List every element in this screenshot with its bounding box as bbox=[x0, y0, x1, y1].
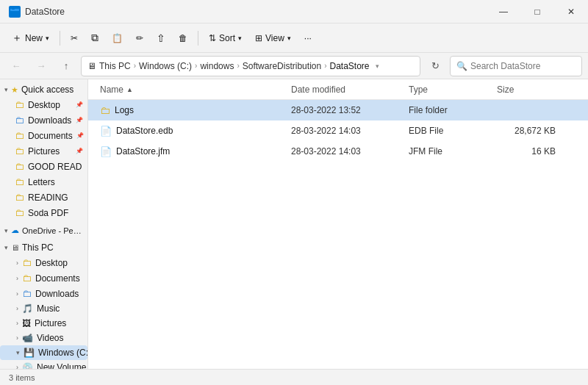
new-chevron-icon: ▾ bbox=[46, 35, 49, 42]
new-label: New bbox=[25, 33, 43, 43]
col-size-label: Size bbox=[497, 84, 514, 95]
table-row[interactable]: 🗀 Logs 28-03-2022 13:52 File folder bbox=[88, 100, 588, 120]
pc-pictures-chevron-icon: › bbox=[16, 320, 18, 327]
sidebar-item-pc-windows[interactable]: ▾ 💾 Windows (C:) bbox=[0, 345, 87, 360]
sidebar-item-reading[interactable]: 🗀 READING bbox=[0, 190, 87, 205]
breadcrumb-datastore: DataStore bbox=[330, 61, 370, 71]
sidebar-item-desktop[interactable]: 🗀 Desktop 📌 bbox=[0, 97, 87, 112]
app-icon bbox=[9, 6, 21, 18]
sidebar-item-pc-newvolume-label: New Volume (D:) bbox=[37, 362, 87, 369]
breadcrumb-sep-3: › bbox=[237, 62, 239, 70]
col-date-header[interactable]: Date modified bbox=[291, 84, 409, 95]
delete-button[interactable]: 🗑 bbox=[173, 27, 193, 49]
share-button[interactable]: ⇧ bbox=[151, 27, 171, 49]
quick-access-chevron-icon: ▾ bbox=[4, 86, 8, 93]
sidebar-item-pc-newvolume[interactable]: › 💿 New Volume (D:) bbox=[0, 360, 87, 369]
sidebar-item-pc-downloads-label: Downloads bbox=[35, 289, 79, 299]
table-row[interactable]: 📄 DataStore.jfm 28-03-2022 14:03 JFM Fil… bbox=[88, 141, 588, 162]
sidebar-item-goodread[interactable]: 🗀 GOOD READ bbox=[0, 159, 87, 174]
minimize-button[interactable]: — bbox=[487, 0, 520, 24]
table-row[interactable]: 📄 DataStore.edb 28-03-2022 14:03 EDB Fil… bbox=[88, 120, 588, 141]
sidebar-item-pc-videos-label: Videos bbox=[37, 333, 63, 343]
pc-videos-icon: 📹 bbox=[22, 333, 33, 343]
col-name-header[interactable]: Name ▲ bbox=[100, 84, 291, 95]
col-size-header[interactable]: Size bbox=[497, 84, 556, 95]
rename-icon: ✏ bbox=[136, 33, 143, 43]
copy-button[interactable]: ⧉ bbox=[85, 27, 104, 49]
breadcrumb-chevron-icon: ▾ bbox=[376, 62, 379, 70]
sidebar-onedrive-label: OneDrive - Persona bbox=[22, 226, 83, 235]
up-button[interactable]: ↑ bbox=[56, 56, 76, 76]
pc-music-icon: 🎵 bbox=[22, 303, 33, 314]
back-button[interactable]: ← bbox=[6, 56, 26, 76]
toolbar-sep-2 bbox=[198, 31, 198, 46]
breadcrumb[interactable]: 🖥 This PC › Windows (C:) › windows › Sof… bbox=[81, 56, 420, 76]
address-bar: ← → ↑ 🖥 This PC › Windows (C:) › windows… bbox=[0, 53, 588, 79]
file-size-cell: 16 KB bbox=[497, 146, 556, 156]
search-box[interactable]: 🔍 bbox=[450, 56, 582, 76]
file-name-cell: 🗀 Logs bbox=[100, 104, 291, 116]
refresh-button[interactable]: ↻ bbox=[425, 56, 445, 76]
status-item-count: 3 items bbox=[9, 373, 35, 382]
sidebar-item-pc-music[interactable]: › 🎵 Music bbox=[0, 301, 87, 316]
pc-windows-chevron-icon: ▾ bbox=[16, 349, 20, 356]
sidebar-item-documents[interactable]: 🗀 Documents 📌 bbox=[0, 128, 87, 143]
view-button[interactable]: ⊞ View ▾ bbox=[249, 27, 297, 49]
breadcrumb-sep-4: › bbox=[324, 62, 326, 70]
file-type-cell: File folder bbox=[409, 105, 497, 115]
col-date-label: Date modified bbox=[291, 84, 345, 95]
sidebar-thispc-label: This PC bbox=[22, 242, 54, 253]
title-bar: DataStore — □ ✕ bbox=[0, 0, 588, 24]
col-name-sort-icon: ▲ bbox=[126, 86, 133, 93]
view-icon: ⊞ bbox=[255, 33, 262, 43]
sidebar-item-pc-documents[interactable]: › 🗀 Documents bbox=[0, 270, 87, 286]
paste-button[interactable]: 📋 bbox=[106, 27, 129, 49]
col-type-header[interactable]: Type bbox=[409, 84, 497, 95]
sidebar-item-sodapdf-label: Soda PDF bbox=[28, 208, 68, 218]
sidebar-item-pictures[interactable]: 🗀 Pictures 📌 bbox=[0, 143, 87, 159]
sidebar-thispc[interactable]: ▾ 🖥 This PC bbox=[0, 240, 87, 255]
main-content: ▾ ★ Quick access 🗀 Desktop 📌 🗀 Downloads… bbox=[0, 79, 588, 369]
file-list: 🗀 Logs 28-03-2022 13:52 File folder 📄 Da… bbox=[88, 100, 588, 369]
rename-button[interactable]: ✏ bbox=[130, 27, 149, 49]
search-input[interactable] bbox=[470, 61, 573, 71]
sidebar-item-downloads[interactable]: 🗀 Downloads 📌 bbox=[0, 112, 87, 128]
cut-button[interactable]: ✂ bbox=[65, 27, 84, 49]
documents-folder-icon: 🗀 bbox=[15, 130, 24, 141]
refresh-icon: ↻ bbox=[431, 60, 440, 71]
goodread-folder-icon: 🗀 bbox=[15, 161, 24, 172]
file-type-cell: EDB File bbox=[409, 126, 497, 136]
sort-button[interactable]: ⇅ Sort ▾ bbox=[203, 27, 248, 49]
sidebar-onedrive[interactable]: ▾ ☁ OneDrive - Persona bbox=[0, 223, 87, 237]
window-title: DataStore bbox=[25, 7, 65, 17]
breadcrumb-sep-1: › bbox=[134, 62, 136, 70]
file-name-text: Logs bbox=[115, 105, 134, 115]
pc-windows-icon: 💾 bbox=[24, 348, 35, 358]
documents-pin-icon: 📌 bbox=[76, 132, 84, 139]
sidebar-item-pc-desktop[interactable]: › 🗀 Desktop bbox=[0, 255, 87, 270]
quick-access-star-icon: ★ bbox=[11, 85, 18, 95]
pc-documents-chevron-icon: › bbox=[16, 275, 18, 282]
sidebar-item-letters[interactable]: 🗀 Letters bbox=[0, 174, 87, 190]
sidebar-item-pc-pictures[interactable]: › 🖼 Pictures bbox=[0, 316, 87, 331]
downloads-folder-icon: 🗀 bbox=[15, 115, 24, 126]
sidebar-item-downloads-label: Downloads bbox=[28, 115, 71, 126]
sidebar-item-sodapdf[interactable]: 🗀 Soda PDF bbox=[0, 205, 87, 220]
sidebar-item-pc-windows-label: Windows (C:) bbox=[38, 348, 87, 358]
delete-icon: 🗑 bbox=[179, 33, 187, 43]
pc-newvolume-icon: 💿 bbox=[22, 362, 33, 369]
thispc-pc-icon: 🖥 bbox=[11, 243, 19, 252]
sidebar-item-pc-pictures-label: Pictures bbox=[35, 318, 66, 328]
more-button[interactable]: ··· bbox=[298, 27, 318, 49]
forward-button[interactable]: → bbox=[31, 56, 51, 76]
toolbar-sep-1 bbox=[60, 31, 60, 46]
new-button[interactable]: ＋ New ▾ bbox=[6, 27, 55, 49]
share-icon: ⇧ bbox=[157, 32, 165, 44]
sidebar-item-pc-videos[interactable]: › 📹 Videos bbox=[0, 331, 87, 345]
maximize-button[interactable]: □ bbox=[520, 0, 554, 24]
sidebar-item-pc-downloads[interactable]: › 🗀 Downloads bbox=[0, 286, 87, 301]
copy-icon: ⧉ bbox=[91, 32, 98, 44]
edb-file-icon: 📄 bbox=[100, 126, 112, 137]
sidebar-quick-access[interactable]: ▾ ★ Quick access bbox=[0, 82, 87, 97]
close-button[interactable]: ✕ bbox=[554, 0, 588, 24]
